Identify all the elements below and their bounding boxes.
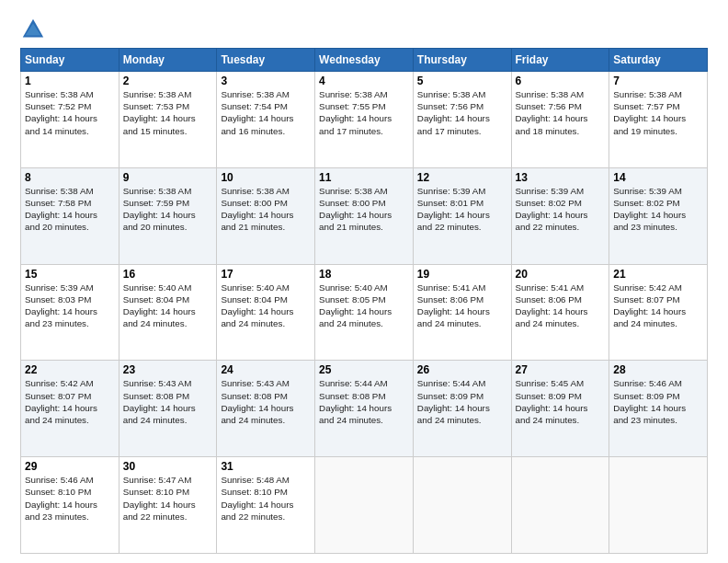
day-cell [511, 457, 609, 554]
day-header-monday: Monday [119, 49, 217, 72]
day-info: Sunrise: 5:42 AMSunset: 8:07 PMDaylight:… [613, 282, 686, 329]
day-cell: 23 Sunrise: 5:43 AMSunset: 8:08 PMDaylig… [119, 361, 217, 457]
day-info: Sunrise: 5:39 AMSunset: 8:03 PMDaylight:… [25, 282, 97, 329]
day-number: 12 [417, 171, 507, 184]
day-number: 28 [613, 363, 703, 376]
day-cell: 12 Sunrise: 5:39 AMSunset: 8:01 PMDaylig… [413, 167, 511, 264]
week-row-5: 29 Sunrise: 5:46 AMSunset: 8:10 PMDaylig… [21, 457, 708, 554]
day-cell: 3 Sunrise: 5:38 AMSunset: 7:54 PMDayligh… [217, 72, 315, 168]
day-number: 1 [25, 75, 115, 87]
day-info: Sunrise: 5:46 AMSunset: 8:10 PMDaylight:… [25, 475, 97, 522]
day-number: 3 [221, 75, 311, 87]
day-cell: 4 Sunrise: 5:38 AMSunset: 7:55 PMDayligh… [315, 72, 414, 168]
day-cell: 30 Sunrise: 5:47 AMSunset: 8:10 PMDaylig… [119, 457, 217, 554]
calendar-table: SundayMondayTuesdayWednesdayThursdayFrid… [20, 48, 708, 554]
day-number: 11 [319, 171, 409, 184]
day-info: Sunrise: 5:39 AMSunset: 8:01 PMDaylight:… [417, 186, 490, 233]
day-number: 27 [516, 363, 606, 376]
day-cell: 24 Sunrise: 5:43 AMSunset: 8:08 PMDaylig… [217, 361, 315, 457]
day-info: Sunrise: 5:42 AMSunset: 8:07 PMDaylight:… [25, 378, 97, 425]
day-info: Sunrise: 5:38 AMSunset: 7:57 PMDaylight:… [613, 89, 686, 136]
day-info: Sunrise: 5:44 AMSunset: 8:08 PMDaylight:… [319, 378, 392, 425]
day-number: 25 [319, 363, 409, 376]
day-info: Sunrise: 5:44 AMSunset: 8:09 PMDaylight:… [417, 378, 490, 425]
day-info: Sunrise: 5:39 AMSunset: 8:02 PMDaylight:… [516, 186, 588, 233]
day-number: 30 [123, 460, 213, 473]
day-number: 24 [221, 363, 311, 376]
day-cell: 2 Sunrise: 5:38 AMSunset: 7:53 PMDayligh… [119, 72, 217, 168]
day-info: Sunrise: 5:43 AMSunset: 8:08 PMDaylight:… [221, 378, 293, 425]
day-header-tuesday: Tuesday [217, 49, 315, 72]
day-cell: 6 Sunrise: 5:38 AMSunset: 7:56 PMDayligh… [511, 72, 609, 168]
day-number: 14 [613, 171, 703, 184]
day-cell: 15 Sunrise: 5:39 AMSunset: 8:03 PMDaylig… [21, 264, 119, 361]
day-cell: 8 Sunrise: 5:38 AMSunset: 7:58 PMDayligh… [21, 167, 119, 264]
day-cell: 14 Sunrise: 5:39 AMSunset: 8:02 PMDaylig… [609, 167, 708, 264]
day-cell: 10 Sunrise: 5:38 AMSunset: 8:00 PMDaylig… [217, 167, 315, 264]
day-number: 18 [319, 268, 409, 281]
day-number: 5 [417, 75, 507, 87]
day-number: 9 [123, 171, 213, 184]
logo [20, 17, 50, 42]
day-info: Sunrise: 5:40 AMSunset: 8:05 PMDaylight:… [319, 282, 392, 329]
day-number: 8 [25, 171, 115, 184]
day-info: Sunrise: 5:38 AMSunset: 8:00 PMDaylight:… [221, 186, 293, 233]
day-number: 2 [123, 75, 213, 87]
header-row: SundayMondayTuesdayWednesdayThursdayFrid… [21, 49, 708, 72]
day-number: 4 [319, 75, 409, 87]
day-number: 29 [25, 460, 115, 473]
week-row-4: 22 Sunrise: 5:42 AMSunset: 8:07 PMDaylig… [21, 361, 708, 457]
day-info: Sunrise: 5:41 AMSunset: 8:06 PMDaylight:… [417, 282, 490, 329]
page: SundayMondayTuesdayWednesdayThursdayFrid… [0, 0, 728, 563]
day-info: Sunrise: 5:40 AMSunset: 8:04 PMDaylight:… [123, 282, 196, 329]
day-info: Sunrise: 5:46 AMSunset: 8:09 PMDaylight:… [613, 378, 686, 425]
day-number: 31 [221, 460, 311, 473]
day-info: Sunrise: 5:41 AMSunset: 8:06 PMDaylight:… [516, 282, 588, 329]
day-number: 23 [123, 363, 213, 376]
day-cell: 5 Sunrise: 5:38 AMSunset: 7:56 PMDayligh… [413, 72, 511, 168]
day-cell: 31 Sunrise: 5:48 AMSunset: 8:10 PMDaylig… [217, 457, 315, 554]
day-cell [315, 457, 414, 554]
day-cell [413, 457, 511, 554]
day-number: 15 [25, 268, 115, 281]
day-info: Sunrise: 5:38 AMSunset: 7:56 PMDaylight:… [516, 89, 588, 136]
day-cell [609, 457, 708, 554]
day-cell: 1 Sunrise: 5:38 AMSunset: 7:52 PMDayligh… [21, 72, 119, 168]
day-header-wednesday: Wednesday [315, 49, 414, 72]
day-number: 6 [516, 75, 606, 87]
day-number: 16 [123, 268, 213, 281]
day-cell: 22 Sunrise: 5:42 AMSunset: 8:07 PMDaylig… [21, 361, 119, 457]
day-info: Sunrise: 5:45 AMSunset: 8:09 PMDaylight:… [516, 378, 588, 425]
day-cell: 26 Sunrise: 5:44 AMSunset: 8:09 PMDaylig… [413, 361, 511, 457]
day-info: Sunrise: 5:43 AMSunset: 8:08 PMDaylight:… [123, 378, 196, 425]
week-row-1: 1 Sunrise: 5:38 AMSunset: 7:52 PMDayligh… [21, 72, 708, 168]
week-row-2: 8 Sunrise: 5:38 AMSunset: 7:58 PMDayligh… [21, 167, 708, 264]
day-cell: 27 Sunrise: 5:45 AMSunset: 8:09 PMDaylig… [511, 361, 609, 457]
day-cell: 17 Sunrise: 5:40 AMSunset: 8:04 PMDaylig… [217, 264, 315, 361]
day-number: 7 [613, 75, 703, 87]
day-number: 13 [516, 171, 606, 184]
day-info: Sunrise: 5:38 AMSunset: 7:58 PMDaylight:… [25, 186, 97, 233]
day-info: Sunrise: 5:38 AMSunset: 7:52 PMDaylight:… [25, 89, 97, 136]
week-row-3: 15 Sunrise: 5:39 AMSunset: 8:03 PMDaylig… [21, 264, 708, 361]
day-cell: 29 Sunrise: 5:46 AMSunset: 8:10 PMDaylig… [21, 457, 119, 554]
day-number: 19 [417, 268, 507, 281]
day-header-thursday: Thursday [413, 49, 511, 72]
day-cell: 9 Sunrise: 5:38 AMSunset: 7:59 PMDayligh… [119, 167, 217, 264]
day-info: Sunrise: 5:38 AMSunset: 7:56 PMDaylight:… [417, 89, 490, 136]
day-info: Sunrise: 5:47 AMSunset: 8:10 PMDaylight:… [123, 475, 196, 522]
day-header-sunday: Sunday [21, 49, 119, 72]
day-info: Sunrise: 5:48 AMSunset: 8:10 PMDaylight:… [221, 475, 293, 522]
day-number: 20 [516, 268, 606, 281]
day-info: Sunrise: 5:38 AMSunset: 8:00 PMDaylight:… [319, 186, 392, 233]
day-info: Sunrise: 5:38 AMSunset: 7:59 PMDaylight:… [123, 186, 196, 233]
day-cell: 28 Sunrise: 5:46 AMSunset: 8:09 PMDaylig… [609, 361, 708, 457]
day-cell: 7 Sunrise: 5:38 AMSunset: 7:57 PMDayligh… [609, 72, 708, 168]
day-cell: 13 Sunrise: 5:39 AMSunset: 8:02 PMDaylig… [511, 167, 609, 264]
day-cell: 16 Sunrise: 5:40 AMSunset: 8:04 PMDaylig… [119, 264, 217, 361]
day-cell: 11 Sunrise: 5:38 AMSunset: 8:00 PMDaylig… [315, 167, 414, 264]
day-info: Sunrise: 5:38 AMSunset: 7:53 PMDaylight:… [123, 89, 196, 136]
day-cell: 19 Sunrise: 5:41 AMSunset: 8:06 PMDaylig… [413, 264, 511, 361]
day-number: 17 [221, 268, 311, 281]
day-cell: 25 Sunrise: 5:44 AMSunset: 8:08 PMDaylig… [315, 361, 414, 457]
